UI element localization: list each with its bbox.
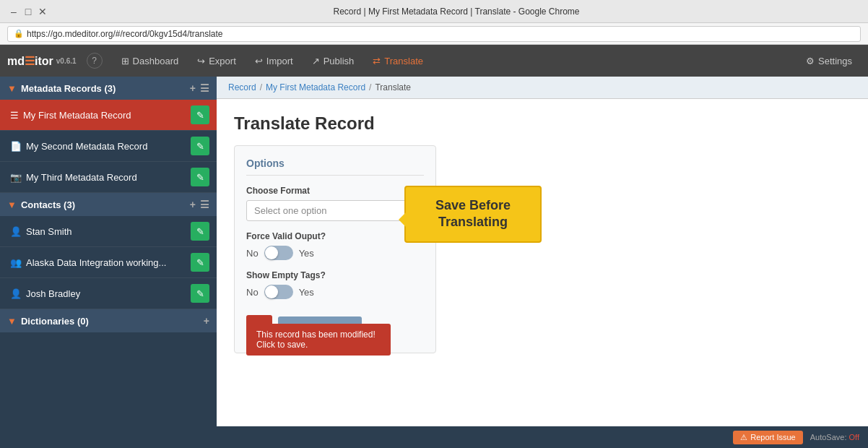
toggle-knob-1 [265, 246, 278, 259]
page-title: Translate Record [234, 113, 851, 134]
browser-window-controls[interactable]: – □ ✕ [9, 7, 48, 17]
lock-icon: 🔒 [14, 29, 24, 38]
edit-contact-btn-2[interactable]: ✎ [191, 253, 209, 272]
choose-format-label: Choose Format [246, 186, 424, 196]
nav-links: ⊞ Dashboard ↪ Export ↩ Import ↗ Publish … [113, 51, 794, 71]
record-icon-3: 📷 [10, 172, 22, 183]
help-button[interactable]: ? [87, 53, 103, 69]
contact-icon-3: 👤 [10, 288, 22, 299]
breadcrumb-sep-1: / [260, 82, 262, 92]
nav-dashboard[interactable]: ⊞ Dashboard [113, 51, 188, 71]
import-label: Import [266, 56, 293, 66]
add-dict-icon[interactable]: + [204, 315, 209, 327]
force-valid-label: Force Valid Ouput? [246, 231, 424, 241]
dashboard-label: Dashboard [133, 56, 179, 66]
settings-label: Settings [818, 56, 852, 66]
address-bar[interactable]: 🔒 https://go.mdeditor.org/#/record/0kgv1… [7, 26, 861, 42]
sidebar-item-record-3[interactable]: 📷 My Third Metadata Record ✎ [0, 162, 217, 193]
caret-icon: ▼ [7, 83, 17, 94]
bottom-bar: ⚠ Report Issue AutoSave: Off [0, 426, 868, 448]
maximize-btn[interactable]: □ [23, 7, 33, 17]
force-valid-yes-label: Yes [299, 248, 314, 259]
record-icon-1: ☰ [10, 110, 19, 121]
breadcrumb-sep-2: / [369, 82, 371, 92]
save-warning-wrapper: ⚠ This record has been modified! Click t… [246, 315, 272, 341]
toggle-knob-2 [265, 285, 278, 298]
autosave-label: AutoSave: Off [810, 433, 859, 441]
add-contact-icon[interactable]: + [190, 199, 196, 210]
import-icon: ↩ [255, 56, 263, 66]
contact-label-3: Josh Bradley [26, 288, 186, 299]
nav-translate[interactable]: ⇄ Translate [364, 51, 432, 71]
contacts-header: ▼ Contacts (3) + ☰ [0, 193, 217, 216]
menu-contact-icon[interactable]: ☰ [200, 199, 209, 210]
contacts-caret-icon: ▼ [7, 199, 17, 210]
translate-label: Translate [384, 56, 423, 66]
edit-record-btn-2[interactable]: ✎ [191, 137, 209, 155]
contacts-section-title: Contacts (3) [21, 199, 186, 210]
breadcrumb-record-name[interactable]: My First Metadata Record [266, 82, 365, 92]
breadcrumb-record[interactable]: Record [228, 82, 256, 92]
record-label-1: My First Metadata Record [23, 110, 186, 121]
publish-label: Publish [324, 56, 355, 66]
show-empty-no-label: No [246, 287, 259, 298]
dashboard-icon: ⊞ [121, 56, 129, 66]
report-issue-label: Report Issue [750, 433, 795, 441]
contact-label-1: Stan Smith [26, 226, 186, 237]
record-icon-2: 📄 [10, 141, 22, 152]
sidebar-item-record-1[interactable]: ☰ My First Metadata Record ✎ [0, 100, 217, 131]
metadata-records-header: ▼ Metadata Records (3) + ☰ [0, 77, 217, 100]
browser-title: Record | My First Metadata Record | Tran… [53, 7, 859, 17]
brand-logo: md☰itor v0.6.1 [7, 54, 77, 68]
warning-icon: ⚠ [740, 433, 747, 442]
metadata-section-title: Metadata Records (3) [21, 83, 186, 94]
breadcrumb-current: Translate [375, 82, 411, 92]
autosave-status: Off [849, 433, 859, 441]
edit-record-btn-1[interactable]: ✎ [191, 105, 209, 124]
save-tooltip-line1: Save Before [435, 198, 511, 212]
force-valid-toggle[interactable] [264, 246, 293, 260]
content-area: Record / My First Metadata Record / Tran… [217, 77, 868, 426]
sidebar-item-record-2[interactable]: 📄 My Second Metadata Record ✎ [0, 131, 217, 162]
record-label-2: My Second Metadata Record [26, 141, 186, 152]
force-valid-no-label: No [246, 248, 259, 259]
show-empty-toggle[interactable] [264, 285, 293, 299]
sidebar-item-contact-3[interactable]: 👤 Josh Bradley ✎ [0, 278, 217, 309]
contact-label-2: Alaska Data Integration working... [26, 257, 186, 268]
contact-icon-1: 👤 [10, 226, 22, 237]
nav-settings[interactable]: ⚙ Settings [797, 51, 861, 71]
publish-icon: ↗ [312, 56, 320, 66]
edit-contact-btn-1[interactable]: ✎ [191, 222, 209, 241]
sidebar-item-contact-2[interactable]: 👥 Alaska Data Integration working... ✎ [0, 247, 217, 278]
edit-record-btn-3[interactable]: ✎ [191, 168, 209, 186]
top-nav: md☰itor v0.6.1 ? ⊞ Dashboard ↪ Export ↩ … [0, 45, 868, 77]
edit-contact-btn-3[interactable]: ✎ [191, 284, 209, 303]
nav-export[interactable]: ↪ Export [188, 51, 245, 71]
force-valid-toggle-row: No Yes [246, 246, 424, 260]
menu-metadata-icon[interactable]: ☰ [200, 82, 209, 94]
minimize-btn[interactable]: – [9, 7, 19, 17]
page-content: Translate Record Options Choose Format S… [217, 99, 868, 426]
show-empty-label: Show Empty Tags? [246, 270, 424, 280]
url-text: https://go.mdeditor.org/#/record/0kgv15d… [27, 29, 223, 39]
dictionaries-header: ▼ Dictionaries (0) + [0, 309, 217, 332]
show-empty-group: Show Empty Tags? No Yes [246, 270, 424, 299]
export-icon: ↪ [197, 56, 205, 66]
report-issue-button[interactable]: ⚠ Report Issue [733, 431, 802, 444]
settings-icon: ⚙ [806, 56, 815, 66]
nav-import[interactable]: ↩ Import [246, 51, 302, 71]
browser-addressbar: 🔒 https://go.mdeditor.org/#/record/0kgv1… [0, 23, 868, 45]
add-metadata-icon[interactable]: + [190, 82, 196, 94]
brand-name: md☰itor [7, 54, 53, 68]
force-valid-group: Force Valid Ouput? No Yes [246, 231, 424, 260]
nav-publish[interactable]: ↗ Publish [303, 51, 363, 71]
sidebar-item-contact-1[interactable]: 👤 Stan Smith ✎ [0, 216, 217, 247]
close-btn[interactable]: ✕ [38, 7, 48, 17]
action-bar: ⚠ This record has been modified! Click t… [246, 309, 424, 341]
options-card: Options Choose Format Select one option … [234, 145, 436, 353]
sidebar: ▼ Metadata Records (3) + ☰ ☰ My First Me… [0, 77, 217, 426]
export-label: Export [209, 56, 236, 66]
dict-caret-icon: ▼ [7, 316, 17, 327]
save-tooltip: Save Before Translating [404, 186, 542, 243]
translate-icon: ⇄ [373, 56, 381, 66]
